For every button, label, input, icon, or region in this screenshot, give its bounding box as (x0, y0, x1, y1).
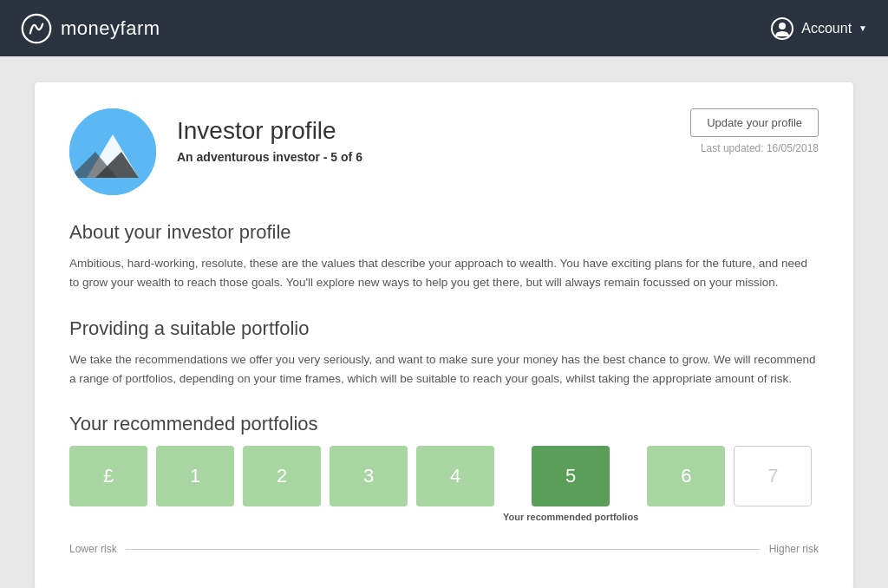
portfolio-box-6[interactable]: 6 (647, 446, 725, 506)
account-button[interactable]: Account ▼ (770, 16, 867, 41)
portfolio-box-wrapper-6: 6 (647, 446, 725, 522)
logo-text: moneyfarm (61, 17, 160, 40)
portfolio-box-3[interactable]: 3 (330, 446, 408, 506)
profile-subtitle: An adventurous investor - 5 of 6 (177, 150, 362, 164)
profile-header: Investor profile An adventurous investor… (69, 108, 819, 195)
profile-info: Investor profile An adventurous investor… (177, 108, 362, 164)
portfolio-section-heading: Providing a suitable portfolio (69, 317, 819, 340)
lower-risk-label: Lower risk (69, 543, 117, 555)
update-profile-button[interactable]: Update your profile (690, 108, 819, 137)
portfolio-box-wrapper-2: 2 (243, 446, 321, 522)
profile-title: Investor profile (177, 117, 362, 145)
about-section-text: Ambitious, hard-working, resolute, these… (69, 254, 819, 293)
recommended-portfolios-label: Your recommended portfolios (503, 512, 638, 522)
recommended-portfolios-section: Your recommended portfolios £12345Your r… (69, 413, 819, 555)
portfolio-box-5[interactable]: 5 (532, 446, 610, 506)
portfolio-box-4[interactable]: 4 (416, 446, 494, 506)
main-content: Investor profile An adventurous investor… (0, 56, 888, 588)
moneyfarm-logo-icon (21, 13, 52, 44)
risk-scale: Lower risk Higher risk (69, 543, 819, 555)
chevron-down-icon: ▼ (859, 23, 867, 33)
portfolio-box-2[interactable]: 2 (243, 446, 321, 506)
portfolio-box-wrapper-£: £ (69, 446, 147, 522)
portfolio-box-wrapper-4: 4 (416, 446, 494, 522)
account-icon (770, 16, 794, 41)
portfolio-box-1[interactable]: 1 (156, 446, 234, 506)
portfolio-box-£[interactable]: £ (69, 446, 147, 506)
portfolio-boxes-row: £12345Your recommended portfolios67 (69, 446, 812, 522)
portfolio-box-7[interactable]: 7 (734, 446, 812, 506)
avatar-graphic (69, 108, 156, 195)
account-label: Account (801, 21, 852, 36)
update-btn-area: Update your profile Last updated: 16/05/… (690, 108, 819, 154)
profile-card: Investor profile An adventurous investor… (35, 82, 853, 588)
higher-risk-label: Higher risk (769, 543, 819, 555)
portfolio-section-text: We take the recommendations we offer you… (69, 350, 819, 389)
portfolio-box-wrapper-5: 5Your recommended portfolios (503, 446, 638, 522)
portfolio-box-wrapper-1: 1 (156, 446, 234, 522)
portfolio-box-wrapper-3: 3 (330, 446, 408, 522)
portfolio-box-wrapper-7: 7 (734, 446, 812, 522)
avatar (69, 108, 156, 195)
about-section-heading: About your investor profile (69, 221, 819, 244)
last-updated-label: Last updated: 16/05/2018 (701, 142, 819, 154)
logo-area: moneyfarm (21, 13, 160, 44)
risk-line (126, 549, 761, 550)
header: moneyfarm Account ▼ (0, 0, 888, 56)
svg-point-2 (779, 23, 786, 29)
recommended-heading: Your recommended portfolios (69, 413, 819, 435)
